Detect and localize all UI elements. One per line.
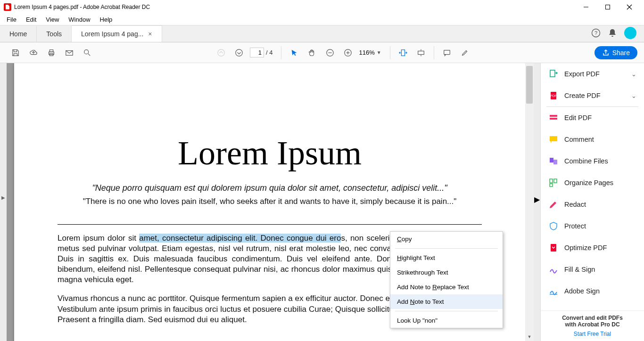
- organize-icon: [548, 178, 559, 188]
- svg-rect-32: [554, 179, 557, 183]
- page-down-icon[interactable]: [232, 46, 246, 60]
- save-icon[interactable]: [8, 46, 23, 60]
- cm-add-note-replace[interactable]: Add Note to Replace Text: [390, 280, 503, 294]
- menu-edit[interactable]: Edit: [21, 15, 41, 24]
- rp-adobe-sign[interactable]: Adobe Sign: [541, 280, 644, 302]
- selection-tool-icon[interactable]: [287, 46, 301, 60]
- rp-edit-pdf[interactable]: Edit PDF: [541, 107, 644, 129]
- cm-add-note[interactable]: Add Note to Text: [390, 294, 503, 309]
- comment-icon[interactable]: [440, 46, 454, 60]
- document-subtitle-latin: "Neque porro quisquam est qui dolorem ip…: [58, 183, 482, 193]
- zoom-in-icon[interactable]: [341, 46, 355, 60]
- tab-document-label: Lorem Ipsum 4 pag...: [81, 30, 143, 38]
- rp-comment[interactable]: Comment: [541, 129, 644, 150]
- email-icon[interactable]: [62, 46, 76, 60]
- main-area: ▶ Lorem Ipsum "Neque porro quisquam est …: [0, 63, 644, 341]
- rp-fill-sign[interactable]: Fill & Sign: [541, 259, 644, 280]
- vertical-scrollbar[interactable]: ▲ ▼: [525, 63, 534, 341]
- optimize-icon: [548, 243, 559, 253]
- window-title: Lorem Ipsum 4 pages.pdf - Adobe Acrobat …: [14, 4, 575, 10]
- rp-footer: Convert and edit PDFs with Acrobat Pro D…: [541, 310, 644, 341]
- tab-bar: Home Tools Lorem Ipsum 4 pag... × ?: [0, 25, 644, 42]
- selected-text[interactable]: amet, consectetur adipiscing elit. Donec…: [139, 234, 341, 243]
- left-nav-strip[interactable]: ▶: [0, 63, 7, 341]
- page-up-icon[interactable]: [214, 46, 228, 60]
- svg-rect-28: [550, 136, 557, 141]
- rp-combine-files[interactable]: Combine Files: [541, 150, 644, 172]
- zoom-dropdown-icon[interactable]: ▼: [377, 50, 381, 55]
- chevron-right-icon: ▶: [534, 195, 540, 204]
- zoom-value[interactable]: 116%: [359, 49, 374, 56]
- redact-icon: [548, 199, 559, 210]
- menu-help[interactable]: Help: [95, 15, 117, 24]
- rp-protect[interactable]: Protect: [541, 215, 644, 237]
- cm-lookup[interactable]: Look Up "non": [390, 313, 503, 328]
- rp-export-pdf[interactable]: Export PDF⌄: [541, 63, 644, 85]
- tools-panel: Export PDF⌄ PDFCreate PDF⌄ Edit PDF Comm…: [540, 63, 644, 341]
- svg-rect-27: [550, 118, 557, 120]
- highlight-tool-icon[interactable]: [458, 46, 472, 60]
- rp-redact[interactable]: Redact: [541, 194, 644, 215]
- cm-copy[interactable]: Copy: [390, 232, 503, 246]
- svg-rect-26: [550, 115, 557, 117]
- svg-line-12: [88, 53, 91, 56]
- document-heading: Lorem Ipsum: [58, 134, 482, 173]
- svg-rect-20: [401, 49, 405, 56]
- help-icon[interactable]: ?: [591, 28, 601, 38]
- cm-highlight[interactable]: Highlight Text: [390, 251, 503, 265]
- horizontal-rule: [58, 224, 482, 225]
- menu-window[interactable]: Window: [64, 15, 95, 24]
- menu-file[interactable]: File: [2, 15, 21, 24]
- minimize-button[interactable]: [575, 0, 597, 14]
- close-button[interactable]: [619, 0, 640, 14]
- bell-icon[interactable]: [608, 28, 617, 38]
- tab-tools[interactable]: Tools: [37, 26, 72, 42]
- cloud-upload-icon[interactable]: [26, 46, 41, 60]
- svg-rect-2: [606, 5, 610, 9]
- avatar[interactable]: [624, 27, 636, 39]
- maximize-button[interactable]: [597, 0, 619, 14]
- cm-strikethrough[interactable]: Strikethrough Text: [390, 265, 503, 280]
- right-nav-strip[interactable]: ▶: [534, 63, 540, 341]
- scrollbar-thumb[interactable]: [526, 66, 533, 104]
- comment-panel-icon: [548, 134, 559, 145]
- search-icon[interactable]: [80, 46, 94, 60]
- toolbar: / 4 116% ▼ Share: [0, 42, 644, 63]
- svg-text:?: ?: [594, 30, 597, 36]
- fit-width-icon[interactable]: [396, 46, 410, 60]
- adobe-sign-icon: [548, 286, 559, 296]
- tab-close-icon[interactable]: ×: [148, 30, 152, 38]
- svg-rect-21: [418, 51, 424, 54]
- fit-page-icon[interactable]: [414, 46, 428, 60]
- export-pdf-icon: [548, 69, 559, 79]
- scroll-down-icon[interactable]: ▼: [525, 333, 534, 341]
- start-trial-link[interactable]: Start Free Trial: [545, 331, 639, 337]
- chevron-right-icon: ▶: [1, 195, 5, 200]
- svg-rect-23: [550, 70, 555, 77]
- protect-icon: [548, 221, 559, 231]
- menu-view[interactable]: View: [41, 15, 64, 24]
- rp-create-pdf[interactable]: PDFCreate PDF⌄: [541, 85, 644, 106]
- hand-tool-icon[interactable]: [305, 46, 319, 60]
- svg-point-14: [236, 49, 242, 56]
- share-label: Share: [612, 49, 630, 57]
- page-total: / 4: [266, 49, 272, 56]
- zoom-out-icon[interactable]: [323, 46, 337, 60]
- svg-rect-22: [444, 50, 450, 54]
- share-button[interactable]: Share: [594, 46, 637, 59]
- tab-document[interactable]: Lorem Ipsum 4 pag... ×: [72, 25, 162, 42]
- tab-home[interactable]: Home: [0, 26, 37, 42]
- title-bar: Lorem Ipsum 4 pages.pdf - Adobe Acrobat …: [0, 0, 644, 14]
- menu-bar: File Edit View Window Help: [0, 14, 644, 25]
- page-number-input[interactable]: [250, 48, 264, 57]
- window-controls: [575, 0, 640, 14]
- rp-footer-line2: with Acrobat Pro DC: [545, 321, 639, 328]
- rp-footer-line1: Convert and edit PDFs: [545, 315, 639, 321]
- rp-organize-pages[interactable]: Organize Pages: [541, 172, 644, 194]
- rp-optimize-pdf[interactable]: Optimize PDF: [541, 237, 644, 259]
- chevron-down-icon: ⌄: [631, 92, 636, 99]
- edit-pdf-icon: [548, 113, 559, 123]
- svg-rect-29: [550, 158, 553, 162]
- create-pdf-icon: PDF: [548, 90, 559, 101]
- print-icon[interactable]: [44, 46, 58, 60]
